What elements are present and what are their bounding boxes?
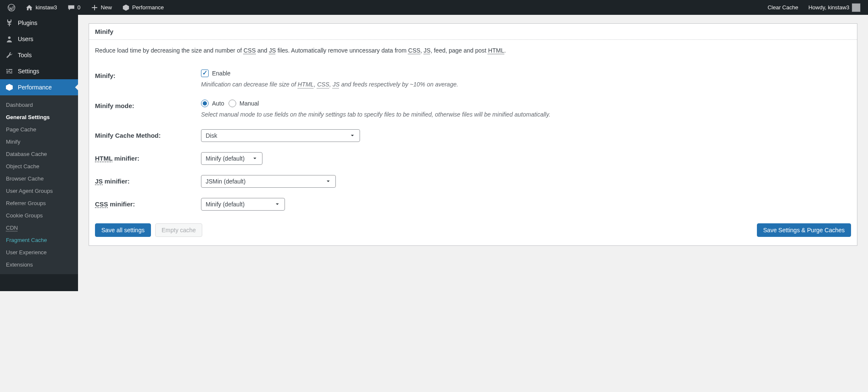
wrench-icon: [5, 51, 14, 59]
postbox-title: Minify: [89, 24, 857, 40]
clear-cache-link[interactable]: Clear Cache: [763, 0, 802, 15]
cache-method-label: Minify Cache Method:: [95, 124, 201, 147]
home-icon: [25, 4, 33, 11]
submenu-user-experience[interactable]: User Experience: [0, 246, 78, 259]
svg-point-1: [8, 36, 11, 39]
site-link[interactable]: kinstaw3: [21, 0, 61, 15]
minify-postbox: Minify Reduce load time by decreasing th…: [89, 23, 857, 246]
submenu-referrer-groups[interactable]: Referrer Groups: [0, 197, 78, 209]
submenu-minify[interactable]: Minify: [0, 136, 78, 148]
box-icon: [122, 4, 130, 11]
chevron-down-icon: [325, 178, 331, 184]
submenu-browser-cache[interactable]: Browser Cache: [0, 172, 78, 185]
minify-mode-desc: Select manual mode to use fields on the …: [201, 110, 851, 119]
chevron-down-icon: [274, 201, 280, 207]
sliders-icon: [5, 67, 14, 75]
submenu-user-agent-groups[interactable]: User Agent Groups: [0, 185, 78, 197]
submenu-database-cache[interactable]: Database Cache: [0, 148, 78, 160]
menu-label: Performance: [18, 84, 52, 91]
new-link[interactable]: New: [87, 0, 116, 15]
empty-cache-button[interactable]: Empty cache: [155, 223, 202, 237]
save-purge-button[interactable]: Save Settings & Purge Caches: [757, 223, 851, 237]
button-row: Save all settings Empty cache Save Setti…: [95, 223, 851, 237]
minify-enable-checkbox[interactable]: [201, 70, 209, 77]
chevron-down-icon: [252, 156, 258, 161]
admin-bar: kinstaw3 0 New Performance Clear Cache H…: [0, 0, 868, 15]
avatar: [852, 3, 860, 12]
sidebar-item-users[interactable]: Users: [0, 31, 78, 47]
howdy-account[interactable]: Howdy, kinstaw3: [804, 0, 865, 15]
plus-icon: [91, 4, 98, 11]
submenu-page-cache[interactable]: Page Cache: [0, 123, 78, 136]
js-minifier-select[interactable]: JSMin (default): [201, 175, 336, 188]
minify-mode-manual-radio[interactable]: [229, 100, 236, 107]
wp-logo[interactable]: [3, 0, 20, 15]
sidebar-submenu: Dashboard General Settings Page Cache Mi…: [0, 95, 78, 274]
manual-label: Manual: [240, 100, 259, 107]
intro-text: Reduce load time by decreasing the size …: [95, 46, 851, 55]
save-all-button[interactable]: Save all settings: [95, 223, 151, 237]
sidebar-item-plugins[interactable]: Plugins: [0, 15, 78, 31]
submenu-general-settings[interactable]: General Settings: [0, 111, 78, 123]
sidebar-item-settings[interactable]: Settings: [0, 63, 78, 79]
comment-icon: [67, 4, 75, 11]
site-name: kinstaw3: [36, 4, 57, 11]
submenu-object-cache[interactable]: Object Cache: [0, 160, 78, 172]
chevron-down-icon: [349, 133, 355, 139]
minify-enable-label: Minify:: [95, 64, 201, 94]
sidebar-item-tools[interactable]: Tools: [0, 47, 78, 63]
performance-label: Performance: [132, 4, 164, 11]
menu-label: Settings: [18, 68, 39, 75]
cache-method-select[interactable]: Disk: [201, 129, 360, 142]
submenu-fragment-cache[interactable]: Fragment Cache: [0, 234, 78, 246]
minify-enable-desc: Minification can decrease file size of H…: [201, 80, 851, 89]
user-icon: [5, 35, 14, 43]
comments-link[interactable]: 0: [63, 0, 85, 15]
plug-icon: [5, 19, 14, 27]
menu-label: Plugins: [18, 19, 37, 26]
css-minifier-select[interactable]: Minify (default): [201, 198, 285, 211]
submenu-cookie-groups[interactable]: Cookie Groups: [0, 209, 78, 222]
js-minifier-label: JS minifier:: [95, 170, 201, 193]
box-icon: [5, 83, 14, 92]
performance-link[interactable]: Performance: [118, 0, 168, 15]
content-area: Minify Reduce load time by decreasing th…: [78, 15, 868, 291]
submenu-cdn[interactable]: CDN: [0, 222, 78, 234]
enable-text: Enable: [212, 70, 231, 77]
submenu-extensions[interactable]: Extensions: [0, 259, 78, 271]
admin-sidebar: Plugins Users Tools Settings Performance: [0, 15, 78, 291]
html-minifier-label: HTML minifier:: [95, 147, 201, 170]
sidebar-item-performance[interactable]: Performance: [0, 79, 78, 95]
minify-mode-auto-radio[interactable]: [201, 100, 209, 107]
new-label: New: [101, 4, 112, 11]
auto-label: Auto: [212, 100, 224, 107]
css-minifier-label: CSS minifier:: [95, 193, 201, 216]
submenu-dashboard[interactable]: Dashboard: [0, 99, 78, 111]
menu-label: Tools: [18, 52, 32, 58]
comments-count: 0: [78, 4, 81, 11]
menu-label: Users: [18, 36, 33, 42]
minify-mode-label: Minify mode:: [95, 95, 201, 124]
html-minifier-select[interactable]: Minify (default): [201, 152, 262, 165]
wordpress-icon: [8, 4, 15, 11]
